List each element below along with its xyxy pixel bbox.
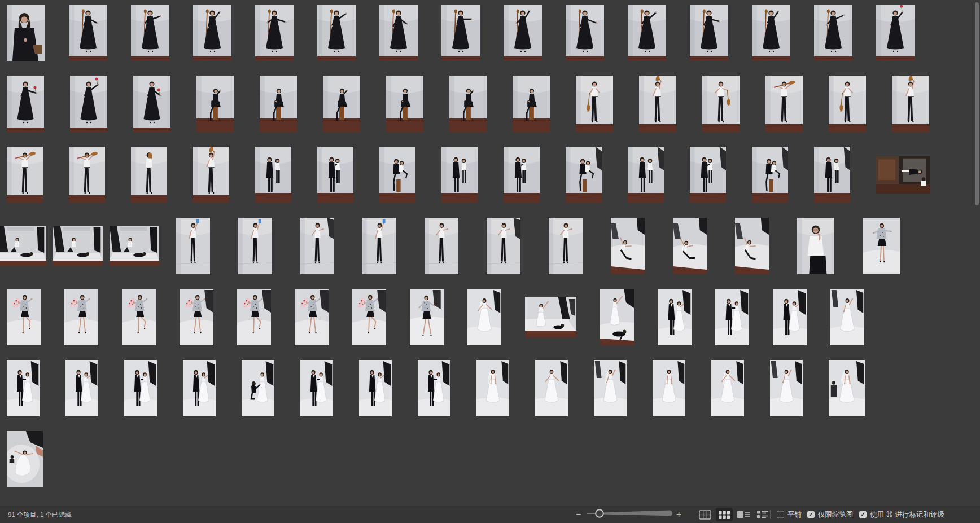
photo-thumbnail-dress[interactable] — [690, 5, 728, 61]
photo-thumbnail-seated[interactable] — [323, 76, 360, 132]
photo-thumbnail-dress[interactable] — [255, 5, 294, 61]
photo-thumbnail-couple[interactable] — [752, 147, 788, 203]
photo-thumbnail-seated[interactable] — [449, 76, 487, 132]
photo-thumbnail-wcouple[interactable] — [418, 360, 450, 416]
photo-thumbnail-couple[interactable] — [504, 147, 540, 203]
photo-thumbnail-bride[interactable] — [467, 289, 501, 345]
tile-checkbox[interactable] — [777, 511, 784, 518]
photo-thumbnail-whitetop[interactable] — [425, 218, 458, 274]
photo-thumbnail-bouquet[interactable] — [352, 289, 386, 345]
photo-thumbnail-seated[interactable] — [513, 76, 550, 132]
photo-thumbnail-dress[interactable] — [441, 5, 480, 61]
photo-thumbnail-bouquet[interactable] — [237, 289, 271, 345]
photo-thumbnail-bride[interactable] — [653, 360, 685, 416]
grid-view-icon[interactable] — [697, 508, 714, 521]
photo-thumbnail-wcouple[interactable] — [773, 289, 807, 345]
thumbnails-only-checkbox-group[interactable]: 仅限缩览图 — [807, 510, 854, 520]
photo-thumbnail-duster[interactable] — [69, 147, 105, 203]
list-view-icon[interactable] — [754, 508, 771, 521]
photo-thumbnail-pattern[interactable] — [863, 218, 900, 274]
photo-thumbnail-duster[interactable] — [639, 76, 676, 132]
photo-thumbnail-bouquet[interactable] — [180, 289, 213, 345]
photo-thumbnail-wcouple[interactable] — [715, 289, 749, 345]
photo-thumbnail-wcouple[interactable] — [183, 360, 216, 416]
photo-thumbnail-duster[interactable] — [7, 147, 43, 203]
photo-thumbnail-whitetop[interactable] — [487, 218, 520, 274]
photo-thumbnail-bride[interactable] — [770, 360, 803, 416]
thumbnail-list-view-icon[interactable] — [735, 508, 752, 521]
photo-thumbnail-back[interactable] — [131, 147, 167, 203]
photo-thumbnail-bouquet[interactable] — [64, 289, 98, 345]
photo-thumbnail-bouquet[interactable] — [7, 289, 41, 345]
tile-checkbox-group[interactable]: 平铺 — [777, 510, 802, 520]
cmd-rating-checkbox-group[interactable]: 使用 ⌘ 进行标记和评级 — [859, 510, 944, 520]
photo-thumbnail-dress[interactable] — [814, 5, 852, 61]
photo-thumbnail-wcouple[interactable] — [658, 289, 692, 345]
scrollbar[interactable] — [975, 2, 979, 205]
photo-thumbnail-couple[interactable] — [255, 147, 291, 203]
photo-thumbnail-wcouple[interactable] — [65, 360, 98, 416]
photo-thumbnail-sprawl[interactable] — [735, 218, 769, 274]
photo-thumbnail-wkneel[interactable] — [242, 360, 274, 416]
photo-thumbnail-sprawl[interactable] — [673, 218, 707, 274]
photo-thumbnail-seated[interactable] — [386, 76, 423, 132]
photo-thumbnail-bride[interactable] — [830, 289, 864, 345]
photo-thumbnail-wcouple[interactable] — [7, 360, 40, 416]
photo-thumbnail-couple[interactable] — [317, 147, 353, 203]
photo-thumbnail-wtclose[interactable] — [797, 218, 834, 274]
photo-thumbnail-wcouple[interactable] — [359, 360, 392, 416]
thumbnails-view-icon[interactable] — [716, 508, 733, 521]
photo-thumbnail-bridecrawl[interactable] — [600, 289, 634, 345]
photo-thumbnail-rose[interactable] — [133, 76, 170, 132]
thumbnails-only-checkbox-label[interactable]: 仅限缩览图 — [818, 510, 854, 520]
photo-thumbnail-brideoverhead[interactable] — [7, 431, 43, 487]
zoom-in-icon[interactable]: + — [676, 510, 681, 519]
photo-thumbnail-whitetop[interactable] — [300, 218, 334, 274]
photo-thumbnail-couple[interactable] — [379, 147, 415, 203]
photo-thumbnail-dress[interactable] — [379, 5, 418, 61]
photo-thumbnail-brideland[interactable] — [525, 297, 576, 337]
photo-thumbnail-bride[interactable] — [476, 360, 509, 416]
cmd-rating-checkbox[interactable] — [859, 511, 867, 518]
cmd-rating-checkbox-label[interactable]: 使用 ⌘ 进行标记和评级 — [870, 510, 944, 520]
zoom-out-icon[interactable]: − — [576, 510, 581, 519]
photo-thumbnail-rose[interactable] — [876, 5, 915, 61]
photo-thumbnail-dress[interactable] — [193, 5, 231, 61]
photo-thumbnail-bride[interactable] — [535, 360, 568, 416]
photo-thumbnail-couple[interactable] — [690, 147, 726, 203]
photo-thumbnail-bride[interactable] — [829, 360, 865, 416]
photo-thumbnail-duster[interactable] — [702, 76, 740, 132]
thumbnails-only-checkbox[interactable] — [807, 511, 815, 518]
photo-thumbnail-couple[interactable] — [441, 147, 478, 203]
photo-thumbnail-wcouple[interactable] — [300, 360, 333, 416]
photo-thumbnail-rose[interactable] — [70, 76, 107, 132]
photo-thumbnail-seated[interactable] — [260, 76, 297, 132]
photo-thumbnail-whitetop[interactable] — [362, 218, 396, 274]
photo-thumbnail-dress[interactable] — [69, 5, 107, 61]
photo-thumbnail-couple[interactable] — [814, 147, 850, 203]
photo-thumbnail-couple[interactable] — [628, 147, 664, 203]
photo-thumbnail-studland[interactable] — [110, 226, 159, 266]
photo-thumbnail-dress[interactable] — [752, 5, 790, 61]
photo-thumbnail-closeup[interactable] — [7, 5, 45, 61]
thumbnail-size-slider[interactable] — [586, 507, 674, 522]
photo-thumbnail-couple[interactable] — [566, 147, 602, 203]
photo-thumbnail-duster[interactable] — [193, 147, 229, 203]
photo-thumbnail-whitetop[interactable] — [238, 218, 272, 274]
photo-thumbnail-sprawl[interactable] — [611, 218, 645, 274]
photo-thumbnail-wcouple[interactable] — [124, 360, 157, 416]
photo-thumbnail-patternwalk[interactable] — [410, 289, 444, 345]
photo-thumbnail-studland[interactable] — [53, 226, 103, 266]
photo-thumbnail-dress[interactable] — [504, 5, 542, 61]
photo-thumbnail-bride[interactable] — [711, 360, 744, 416]
photo-thumbnail-dress[interactable] — [317, 5, 356, 61]
photo-thumbnail-bride[interactable] — [594, 360, 627, 416]
photo-thumbnail-bouquet[interactable] — [122, 289, 156, 345]
photo-thumbnail-duster[interactable] — [892, 76, 929, 132]
photo-thumbnail-studland[interactable] — [0, 226, 46, 266]
photo-thumbnail-rose[interactable] — [7, 76, 44, 132]
photo-thumbnail-dress[interactable] — [566, 5, 604, 61]
photo-thumbnail-whitetop[interactable] — [549, 218, 583, 274]
photo-thumbnail-dress[interactable] — [131, 5, 169, 61]
photo-thumbnail-rotland[interactable] — [876, 156, 930, 194]
